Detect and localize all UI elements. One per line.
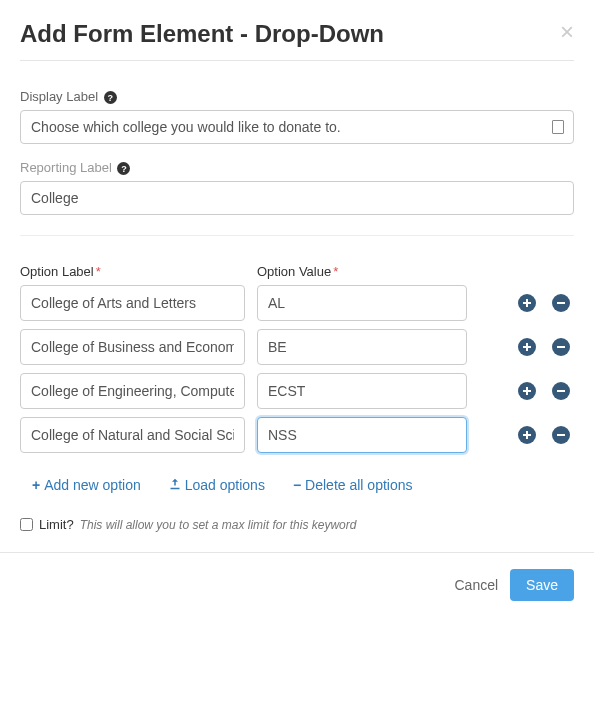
option-value-header: Option Value* [257, 264, 574, 279]
row-actions [518, 382, 574, 400]
option-value-input[interactable] [257, 417, 467, 453]
reporting-label-group: Reporting Label ? [20, 160, 574, 215]
reporting-label-label: Reporting Label ? [20, 160, 574, 175]
plus-icon: + [32, 477, 40, 493]
add-row-button[interactable] [518, 426, 536, 444]
options-container [20, 285, 574, 453]
option-row [20, 329, 574, 365]
option-label-input[interactable] [20, 373, 245, 409]
help-icon[interactable]: ? [117, 162, 130, 175]
display-label-group: Display Label ? [20, 89, 574, 144]
required-mark: * [96, 264, 101, 279]
upload-icon [169, 477, 181, 493]
remove-row-button[interactable] [552, 338, 570, 356]
option-label-input[interactable] [20, 285, 245, 321]
save-button[interactable]: Save [510, 569, 574, 601]
delete-all-options-button[interactable]: − Delete all options [293, 477, 413, 493]
add-row-button[interactable] [518, 338, 536, 356]
modal-header: Add Form Element - Drop-Down × [20, 20, 574, 61]
svg-rect-7 [523, 390, 531, 392]
row-actions [518, 294, 574, 312]
svg-rect-11 [557, 434, 565, 436]
option-row [20, 285, 574, 321]
svg-rect-1 [523, 302, 531, 304]
svg-rect-8 [557, 390, 565, 392]
option-value-input[interactable] [257, 329, 467, 365]
modal: Add Form Element - Drop-Down × Display L… [0, 0, 594, 532]
display-label-text: Display Label [20, 89, 98, 104]
required-mark: * [333, 264, 338, 279]
display-input-wrapper [20, 110, 574, 144]
option-label-header: Option Label* [20, 264, 245, 279]
limit-hint: This will allow you to set a max limit f… [80, 518, 357, 532]
divider [20, 235, 574, 236]
display-label-label: Display Label ? [20, 89, 574, 104]
help-icon[interactable]: ? [104, 91, 117, 104]
option-value-input[interactable] [257, 285, 467, 321]
keyboard-icon [552, 120, 564, 134]
row-actions [518, 426, 574, 444]
add-row-button[interactable] [518, 294, 536, 312]
option-row [20, 417, 574, 453]
reporting-label-text: Reporting Label [20, 160, 112, 175]
load-options-button[interactable]: Load options [169, 477, 265, 493]
bulk-actions: + Add new option Load options − Delete a… [32, 477, 574, 493]
close-icon[interactable]: × [560, 20, 574, 44]
svg-rect-10 [523, 434, 531, 436]
svg-rect-4 [523, 346, 531, 348]
minus-icon: − [293, 477, 301, 493]
option-value-input[interactable] [257, 373, 467, 409]
display-label-input[interactable] [20, 110, 574, 144]
option-label-input[interactable] [20, 417, 245, 453]
remove-row-button[interactable] [552, 426, 570, 444]
limit-row: Limit? This will allow you to set a max … [20, 517, 574, 532]
svg-rect-2 [557, 302, 565, 304]
options-header: Option Label* Option Value* [20, 264, 574, 279]
limit-label: Limit? [39, 517, 74, 532]
option-row [20, 373, 574, 409]
reporting-label-input[interactable] [20, 181, 574, 215]
limit-checkbox[interactable] [20, 518, 33, 531]
remove-row-button[interactable] [552, 382, 570, 400]
svg-rect-5 [557, 346, 565, 348]
modal-title: Add Form Element - Drop-Down [20, 20, 384, 48]
add-new-option-button[interactable]: + Add new option [32, 477, 141, 493]
option-label-input[interactable] [20, 329, 245, 365]
add-row-button[interactable] [518, 382, 536, 400]
modal-footer: Cancel Save [0, 552, 594, 617]
row-actions [518, 338, 574, 356]
cancel-button[interactable]: Cancel [454, 577, 498, 593]
remove-row-button[interactable] [552, 294, 570, 312]
